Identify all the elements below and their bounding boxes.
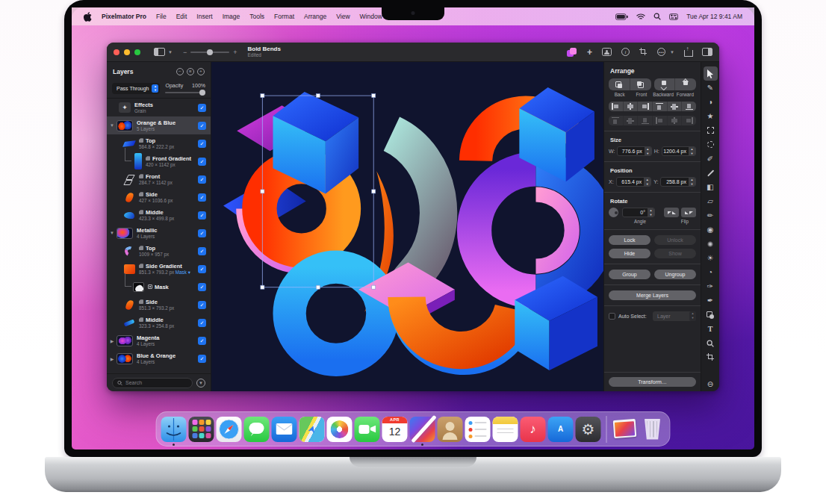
- stepper-icon[interactable]: ▲▼: [648, 208, 654, 217]
- color-adjust-tool[interactable]: ◑: [704, 95, 718, 109]
- distribute-left-button[interactable]: [609, 116, 623, 125]
- photo-browser-icon[interactable]: [602, 48, 612, 56]
- share-icon[interactable]: [684, 47, 692, 57]
- auto-select-dropdown[interactable]: Layer▲▼: [653, 311, 696, 321]
- layer-visibility-checkbox[interactable]: ✓: [198, 122, 206, 130]
- width-field[interactable]: 776.6 px▲▼: [617, 146, 651, 156]
- mask-chevron-icon[interactable]: ▾: [187, 270, 190, 275]
- add-layer-icon[interactable]: +: [197, 68, 205, 75]
- menu-tools[interactable]: Tools: [249, 13, 264, 20]
- dock-safari-icon[interactable]: [217, 417, 242, 442]
- rotation-dial[interactable]: [609, 208, 618, 217]
- zoom-tool[interactable]: [704, 336, 718, 350]
- layer-row-metal-top[interactable]: Top1009 × 957 px ✓: [107, 242, 211, 260]
- x-field[interactable]: 615.4 px▲▼: [616, 177, 652, 187]
- dock-recent-document-icon[interactable]: [612, 417, 638, 442]
- spotlight-search-icon[interactable]: [653, 13, 661, 20]
- menu-window[interactable]: Window: [360, 13, 382, 20]
- rect-select-tool[interactable]: [704, 123, 718, 137]
- window-titlebar[interactable]: ▼ − + Bold Bends Edited + i •••▼: [107, 43, 719, 62]
- wifi-icon[interactable]: [636, 13, 645, 20]
- erase-tool[interactable]: ▱: [704, 194, 718, 208]
- menu-view[interactable]: View: [336, 13, 350, 20]
- layer-visibility-checkbox[interactable]: ✓: [198, 193, 206, 202]
- dock-trash-icon[interactable]: [640, 417, 665, 442]
- layer-filter-icon[interactable]: ≡: [187, 68, 194, 75]
- close-button[interactable]: [114, 49, 119, 55]
- zoom-out-button[interactable]: −: [183, 49, 187, 56]
- layer-row-middle[interactable]: Middle423.3 × 499.8 px ✓: [107, 206, 211, 224]
- stepper-icon[interactable]: ▲▼: [644, 178, 650, 186]
- merge-layers-button[interactable]: Merge Layers: [609, 290, 696, 300]
- distribute-top-button[interactable]: [652, 116, 667, 125]
- battery-icon[interactable]: [615, 13, 628, 20]
- menu-image[interactable]: Image: [223, 13, 240, 20]
- dock-contacts-icon[interactable]: [438, 417, 463, 442]
- layer-row-magenta[interactable]: ▶ Magenta4 Layers ✓: [107, 332, 211, 349]
- distribute-middle-v-button[interactable]: [667, 116, 682, 125]
- zoom-slider-thumb[interactable]: [207, 49, 213, 55]
- dock-facetime-icon[interactable]: [355, 417, 380, 442]
- smudge-tool[interactable]: ✑: [704, 279, 718, 293]
- menu-clock[interactable]: Tue Apr 12 9:41 AM: [686, 13, 742, 20]
- add-layer-button[interactable]: +: [587, 47, 592, 57]
- dock-settings-icon[interactable]: ⚙: [576, 417, 601, 442]
- bring-forward-button[interactable]: [674, 78, 696, 90]
- layer-visibility-checkbox[interactable]: ✓: [198, 265, 206, 273]
- layer-row-front[interactable]: Front284.7 × 1142 px ✓: [107, 170, 211, 188]
- layer-row-effects[interactable]: ✦ EffectsGrain ✓: [107, 99, 211, 116]
- dock-finder-icon[interactable]: [161, 417, 187, 442]
- color-adjustments-icon[interactable]: [567, 48, 577, 57]
- align-left-button[interactable]: [609, 102, 623, 111]
- distribute-right-button[interactable]: [637, 116, 652, 125]
- group-button[interactable]: Group: [609, 270, 650, 279]
- shape-tool[interactable]: [704, 308, 718, 322]
- mask-link[interactable]: Mask: [176, 270, 187, 275]
- sidebar-toggle-icon[interactable]: [154, 48, 165, 56]
- effects-tool[interactable]: ★: [704, 109, 718, 123]
- dodge-tool[interactable]: ◔: [704, 265, 718, 279]
- zoom-window-button[interactable]: [134, 49, 140, 55]
- disclosure-chevron-icon[interactable]: ▶: [110, 338, 114, 343]
- layer-visibility-checkbox[interactable]: ✓: [198, 319, 206, 327]
- layer-visibility-checkbox[interactable]: ✓: [198, 140, 206, 148]
- type-tool[interactable]: T: [704, 322, 718, 336]
- zoom-in-button[interactable]: +: [233, 49, 237, 56]
- layer-visibility-checkbox[interactable]: ✓: [198, 301, 206, 309]
- send-to-back-button[interactable]: [609, 78, 630, 90]
- dock-pixelmator-icon[interactable]: [410, 417, 435, 442]
- y-field[interactable]: 258.8 px▲▼: [660, 177, 696, 187]
- dock-maps-icon[interactable]: [299, 417, 325, 442]
- sidebar-chevron-icon[interactable]: ▼: [168, 50, 173, 55]
- more-options-icon[interactable]: •••▼: [657, 48, 674, 56]
- pencil-tool[interactable]: ✏: [704, 208, 718, 223]
- menu-file[interactable]: File: [156, 13, 167, 20]
- menu-format[interactable]: Format: [274, 13, 294, 20]
- info-icon[interactable]: i: [621, 48, 630, 56]
- collapse-tools-button[interactable]: ⊖: [704, 377, 718, 391]
- menu-insert[interactable]: Insert: [196, 13, 212, 20]
- crop-tool[interactable]: [704, 350, 718, 364]
- free-select-tool[interactable]: [704, 137, 718, 152]
- sharpen-tool[interactable]: ☀: [704, 251, 718, 265]
- dock-messages-icon[interactable]: [244, 417, 270, 442]
- minimize-button[interactable]: [124, 49, 130, 55]
- align-top-button[interactable]: [652, 102, 667, 111]
- layer-row-blue-orange[interactable]: ▶ Blue & Orange4 Layers ✓: [107, 349, 211, 367]
- layer-visibility-checkbox[interactable]: ✓: [198, 247, 206, 255]
- pen-tool[interactable]: ✒: [704, 293, 718, 308]
- search-filter-icon[interactable]: ▼: [196, 379, 205, 388]
- paint-tool[interactable]: ✎: [704, 81, 718, 95]
- hide-button[interactable]: Hide: [609, 249, 650, 258]
- ungroup-button[interactable]: Ungroup: [654, 270, 696, 279]
- arrange-tool[interactable]: [704, 66, 718, 81]
- clone-tool[interactable]: ◉: [704, 223, 718, 237]
- dock-calendar-icon[interactable]: APR 12: [382, 417, 408, 442]
- layer-row-side[interactable]: Side427 × 1036.6 px ✓: [107, 188, 211, 206]
- zoom-slider[interactable]: [190, 52, 229, 53]
- layer-search-field[interactable]: [112, 378, 193, 388]
- auto-select-checkbox[interactable]: [609, 313, 615, 320]
- layer-visibility-checkbox[interactable]: ✓: [198, 175, 206, 184]
- opacity-slider-thumb[interactable]: [199, 90, 205, 96]
- layer-row-side-gradient[interactable]: Side Gradient 851.3 × 793.2 px Mask ▾ ✓: [107, 260, 211, 278]
